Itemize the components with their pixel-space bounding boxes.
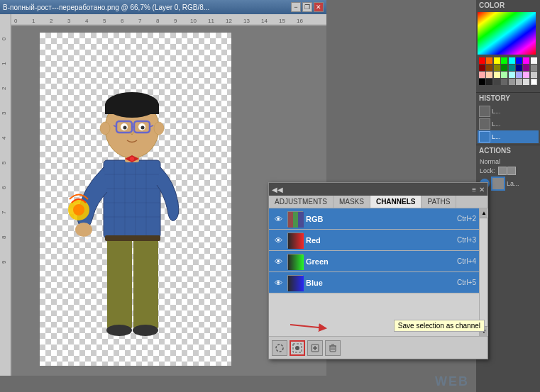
lock-icon-2[interactable]	[507, 167, 516, 175]
channel-eye-blue[interactable]: 👁	[272, 276, 285, 289]
channel-eye-rgb[interactable]: 👁	[272, 213, 285, 225]
channel-shortcut-red: Ctrl+3	[457, 236, 476, 244]
color-panel-title: COLOR	[476, 0, 540, 11]
svg-rect-62	[105, 235, 160, 241]
normal-label: Normal	[479, 157, 537, 166]
scroll-track	[480, 218, 487, 326]
history-item-active[interactable]: L...	[478, 130, 539, 143]
svg-rect-68	[298, 212, 304, 228]
delete-channel-btn[interactable]	[325, 340, 341, 356]
channels-scrollbar[interactable]: ▲ ▼	[479, 208, 487, 336]
tab-paths[interactable]: PATHS	[421, 196, 456, 208]
restore-button[interactable]: ❐	[302, 2, 312, 12]
svg-text:14: 14	[261, 18, 268, 24]
canvas-document	[40, 33, 231, 366]
svg-text:6: 6	[121, 18, 124, 24]
color-panel: COLOR	[476, 0, 540, 92]
svg-rect-19	[0, 14, 11, 376]
svg-text:2: 2	[1, 86, 7, 90]
svg-point-57	[141, 126, 145, 130]
svg-rect-74	[288, 276, 304, 291]
svg-text:1: 1	[1, 62, 7, 65]
svg-text:0: 0	[1, 37, 7, 40]
history-item[interactable]: L...	[478, 118, 539, 130]
channel-shortcut-rgb: Ctrl+2	[457, 215, 476, 223]
channel-shortcut-green: Ctrl+4	[457, 257, 476, 265]
svg-rect-46	[105, 103, 159, 114]
watermark: WEB	[435, 374, 469, 389]
channel-name-rgb: RGB	[306, 215, 457, 223]
lock-label: Lock:	[479, 166, 537, 176]
svg-point-40	[75, 223, 92, 237]
scroll-up-btn[interactable]: ▲	[480, 208, 488, 218]
new-channel-btn[interactable]	[307, 340, 323, 356]
channel-eye-red[interactable]: 👁	[272, 234, 285, 247]
channel-row-green[interactable]: 👁 Green Ctrl+4	[269, 251, 479, 272]
svg-text:5: 5	[103, 18, 106, 24]
history-item[interactable]: L...	[478, 105, 539, 118]
channel-shortcut-blue: Ctrl+5	[457, 279, 476, 286]
load-channel-btn[interactable]	[272, 340, 287, 356]
panel-close-btn[interactable]: ✕	[479, 186, 485, 194]
ruler-horizontal: /* ruler ticks */ 0 1 2 3 4 5 6 7 8 9 10…	[0, 14, 326, 26]
svg-text:8: 8	[1, 235, 7, 239]
svg-text:6: 6	[1, 186, 7, 189]
svg-text:10: 10	[190, 18, 197, 24]
channel-name-red: Red	[306, 236, 457, 245]
channel-row-red[interactable]: 👁 Red Ctrl+3	[269, 230, 479, 251]
color-swatches	[478, 56, 539, 86]
svg-text:15: 15	[279, 18, 285, 24]
svg-text:4: 4	[1, 136, 7, 140]
window-controls[interactable]: − ❐ ✕	[291, 2, 324, 12]
history-items-list: L... L... L...	[476, 103, 540, 145]
tab-adjustments[interactable]: ADJUSTMENTS	[269, 196, 334, 208]
channels-list: 👁 RGB Ctrl+2 👁	[269, 208, 479, 336]
channel-thumb-blue	[287, 275, 303, 291]
panel-collapse-btn[interactable]: ◀◀	[272, 186, 283, 194]
channel-row-blue[interactable]: 👁 Blue Ctrl+5	[269, 272, 479, 293]
svg-text:16: 16	[297, 18, 303, 24]
svg-text:12: 12	[226, 18, 232, 24]
svg-text:7: 7	[138, 18, 142, 24]
minimize-button[interactable]: −	[291, 2, 301, 12]
svg-point-48	[154, 122, 164, 135]
lock-icon[interactable]	[498, 167, 507, 175]
svg-point-56	[123, 126, 127, 130]
tab-masks[interactable]: MASKS	[334, 196, 370, 208]
channels-panel: ◀◀ ≡ ✕ ADJUSTMENTS MASKS CHANNELS PATHS …	[268, 182, 488, 359]
svg-point-42	[73, 204, 84, 215]
save-selection-btn[interactable]	[290, 340, 305, 356]
arrow-indicator	[290, 318, 333, 333]
svg-rect-0	[0, 14, 326, 26]
history-thumb	[479, 118, 490, 130]
panel-expand-btn[interactable]: ≡	[472, 186, 476, 194]
svg-point-47	[100, 122, 110, 135]
window-title: B-полный-рост---переработано.png @ 66,7%…	[3, 4, 209, 11]
svg-text:3: 3	[1, 111, 7, 115]
channel-thumb-green	[287, 254, 303, 269]
svg-text:4: 4	[85, 18, 89, 24]
svg-text:0: 0	[14, 18, 18, 24]
panel-tabs: ADJUSTMENTS MASKS CHANNELS PATHS	[269, 196, 487, 208]
svg-rect-61	[133, 237, 158, 329]
scroll-down-btn[interactable]: ▼	[480, 326, 488, 336]
history-thumb-active	[479, 131, 490, 142]
svg-rect-31	[104, 160, 160, 238]
svg-rect-60	[107, 237, 132, 329]
svg-line-88	[290, 325, 326, 328]
history-thumb	[479, 106, 490, 117]
close-button[interactable]: ✕	[314, 2, 324, 12]
svg-point-64	[133, 325, 158, 336]
title-bar: B-полный-рост---переработано.png @ 66,7%…	[0, 0, 326, 14]
channel-row-rgb[interactable]: 👁 RGB Ctrl+2	[269, 208, 479, 230]
svg-point-77	[295, 346, 299, 350]
panel-title-bar: ◀◀ ≡ ✕	[269, 183, 487, 196]
channels-list-container: 👁 RGB Ctrl+2 👁	[269, 208, 487, 336]
svg-text:1: 1	[32, 18, 35, 24]
layer-thumbnail	[491, 177, 505, 191]
tab-channels[interactable]: CHANNELS	[370, 196, 422, 208]
svg-rect-66	[288, 212, 293, 228]
svg-text:2: 2	[50, 18, 53, 24]
channel-eye-green[interactable]: 👁	[272, 255, 285, 268]
svg-text:9: 9	[1, 260, 7, 264]
